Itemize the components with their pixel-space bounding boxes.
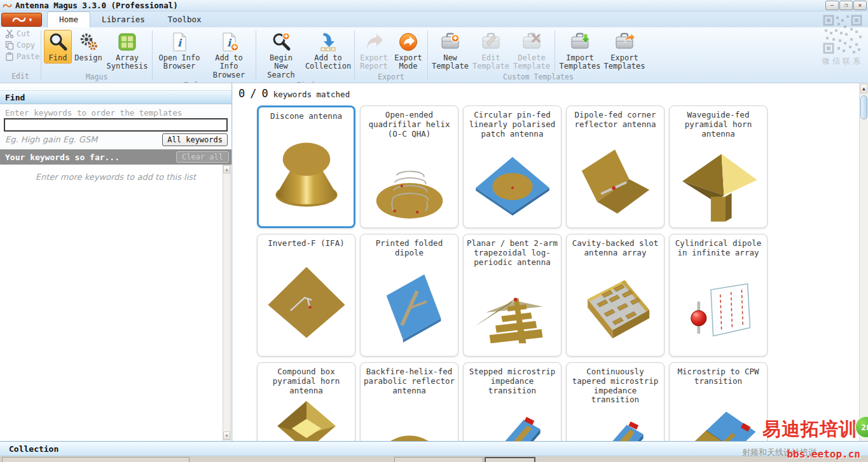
results-area: 0 / 0 keywords matched Discone antenna O… [233,83,868,441]
keyword-input[interactable] [4,118,228,132]
template-card-corner-reflector[interactable]: Dipole-fed corner reflector antenna [566,105,665,228]
template-card-microstrip-to-cpw[interactable]: Microstrip to CPW transition [669,362,768,441]
ribbon-group-reference: Open Info Browser Add to Info Browser Re… [153,27,256,83]
array-synthesis-label: Array Synthesis [107,54,148,71]
scrollbar-thumb[interactable] [860,95,867,119]
template-card-cavity-slot-array[interactable]: Cavity-backed slot antenna array [566,234,665,357]
ribbon-group-magus: Find Design Array Synthesis [41,27,152,83]
window-title: Antenna Magus 3.3.0 (Professional) [15,1,178,10]
tab-home[interactable]: Home [47,11,90,27]
scroll-up-icon[interactable]: ▲ [223,165,230,173]
scroll-down-icon[interactable]: ▼ [223,431,230,440]
clear-all-button[interactable]: Clear all [176,151,229,163]
keyword-list-scrollbar[interactable]: ▲ ▼ [223,165,231,440]
add-to-info-browser-button[interactable]: Add to Info Browser [205,30,253,81]
template-card-stepped-microstrip[interactable]: Stepped microstrip impedance transition [463,362,561,441]
title-bar: Antenna Magus 3.3.0 (Professional) — ❐ ✕ [0,0,868,11]
find-button[interactable]: Find [44,30,72,64]
card-title: Inverted-F (IFA) [258,234,355,248]
new-template-button[interactable]: New Template [431,30,470,72]
template-card-log-periodic[interactable]: Planar / bent 2-arm trapezoidal log-peri… [463,234,561,357]
template-edit-icon [481,32,501,52]
matched-total: 0 [262,87,268,100]
find-label: Find [49,54,67,62]
keyword-list-empty-hint: Enter more keywords to add to this list [0,172,231,182]
import-templates-button[interactable]: Import Templates [558,30,602,72]
export-report-button[interactable]: Export Report [357,30,390,72]
template-export-icon [614,32,635,52]
design-button[interactable]: Design [73,30,104,64]
template-card-folded-dipole[interactable]: Printed folded dipole [360,234,458,357]
keyword-examples: Eg. High gain Eg. GSM [5,135,97,144]
magnifier-plus-icon [271,32,291,52]
card-title: Dipole-fed corner reflector antenna [567,106,664,130]
export-templates-button[interactable]: Export Templates [603,30,646,72]
chevron-down-icon: ▼ [29,17,32,23]
paste-button[interactable]: Paste [3,51,42,62]
template-card-cylindrical-dipole-array[interactable]: Cylindrical dipole in infinite array [669,234,768,357]
begin-new-search-label: Begin New Search [261,54,301,79]
card-title: Continuously tapered microstrip impedanc… [567,363,664,405]
minimize-button[interactable]: — [825,1,839,10]
card-title: Cavity-backed slot antenna array [567,234,664,258]
tab-libraries[interactable]: Libraries [90,12,156,27]
cut-label: Cut [17,29,31,38]
template-card-backfire-parabolic[interactable]: Backfire-helix-fed parabolic reflector a… [360,362,458,441]
info-page-icon [169,32,189,52]
tab-toolbox[interactable]: Toolbox [156,12,213,27]
edit-template-button[interactable]: Edit Template [471,30,511,72]
card-title: Circular pin-fed linearly polarised patc… [464,106,561,139]
array-synthesis-button[interactable]: Array Synthesis [105,30,149,72]
card-title: Stepped microstrip impedance transition [464,363,561,395]
ribbon-group-export: Export Report Export Mode Export [355,27,427,83]
ribbon-group-find: Begin New Search Add to Collection Find [256,27,354,83]
group-label-custom-templates: Custom Templates [428,72,649,83]
results-scrollbar[interactable]: ▲ [859,83,868,441]
all-keywords-button[interactable]: All keywords [162,133,228,146]
template-card-pyramidal-horn[interactable]: Waveguide-fed pyramidal horn antenna [669,105,768,228]
template-card-compound-box-horn[interactable]: Compound box pyramidal horn antenna [257,362,355,441]
add-to-collection-label: Add to Collection [305,54,351,71]
card-title: Discone antenna [259,107,354,121]
export-arrow-icon [364,32,384,52]
card-title: Compound box pyramidal horn antenna [258,363,355,395]
paste-icon [5,52,14,61]
magnifier-icon [48,32,68,52]
template-grid: Discone antenna Open-ended quadrifilar h… [257,105,768,441]
card-title: Open-ended quadrifilar helix (O-C QHA) [361,106,458,139]
cut-button[interactable]: Cut [3,29,33,39]
template-card-tapered-microstrip[interactable]: Continuously tapered microstrip impedanc… [566,362,665,441]
template-card-discone[interactable]: Discone antenna [257,105,355,228]
scroll-up-icon[interactable]: ▲ [860,84,867,93]
gears-icon [78,32,99,52]
delete-template-button[interactable]: Delete Template [512,30,551,72]
template-card-qha[interactable]: Open-ended quadrifilar helix (O-C QHA) [360,105,458,228]
card-image-cavity-slot-array [567,258,664,357]
restore-button[interactable]: ❐ [839,1,853,10]
cut-icon [5,29,14,38]
template-import-icon [570,32,590,52]
app-logo-icon [11,15,27,24]
template-card-inverted-f[interactable]: Inverted-F (IFA) [257,234,355,357]
export-mode-button[interactable]: Export Mode [392,30,425,72]
add-to-collection-button[interactable]: Add to Collection [305,30,352,72]
export-report-label: Export Report [360,54,388,71]
template-card-circular-patch[interactable]: Circular pin-fed linearly polarised patc… [463,105,561,228]
keywords-so-far-bar: Your keywords so far... Clear all [0,149,231,165]
group-label-export: Export [355,72,427,83]
ribbon-group-edit: Cut Copy Paste Edit [0,27,41,83]
close-button[interactable]: ✕ [853,1,867,10]
card-image-inverted-f [258,248,355,356]
template-new-icon [440,32,460,52]
collection-panel-header[interactable]: Collection [0,441,868,456]
begin-new-search-button[interactable]: Begin New Search [259,30,303,81]
keywords-so-far-label: Your keywords so far... [0,153,176,162]
application-menu-button[interactable]: ▼ [1,13,42,27]
card-image-pyramidal-horn [670,139,767,228]
open-info-browser-button[interactable]: Open Info Browser [155,30,203,72]
copy-button[interactable]: Copy [3,40,38,50]
card-title: Backfire-helix-fed parabolic reflector a… [361,363,458,395]
find-panel-header: Find [0,90,231,104]
card-image-corner-reflector [567,130,664,228]
matched-label: keywords matched [273,90,350,99]
